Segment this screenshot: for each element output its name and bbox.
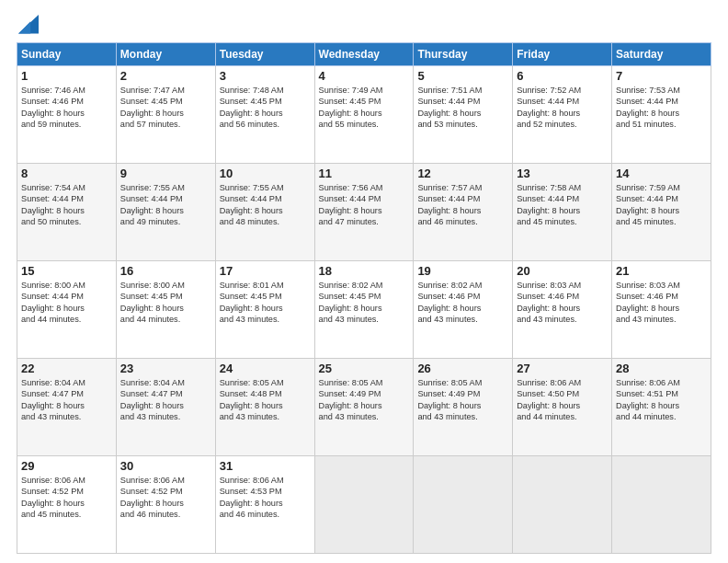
calendar-cell: 30Sunrise: 8:06 AM Sunset: 4:52 PM Dayli… <box>116 456 215 554</box>
day-number: 17 <box>220 264 311 278</box>
calendar-cell: 19Sunrise: 8:02 AM Sunset: 4:46 PM Dayli… <box>414 261 513 359</box>
logo <box>17 17 39 33</box>
day-number: 25 <box>319 362 410 375</box>
calendar-cell: 10Sunrise: 7:55 AM Sunset: 4:44 PM Dayli… <box>215 164 314 261</box>
day-header-thursday: Thursday <box>414 43 513 66</box>
calendar-cell <box>612 456 711 554</box>
day-number: 14 <box>616 167 707 180</box>
cell-details: Sunrise: 8:04 AM Sunset: 4:47 PM Dayligh… <box>21 377 112 423</box>
day-number: 15 <box>21 264 112 278</box>
calendar-header-row: SundayMondayTuesdayWednesdayThursdayFrid… <box>17 43 711 66</box>
cell-details: Sunrise: 8:06 AM Sunset: 4:51 PM Dayligh… <box>616 377 707 423</box>
calendar-cell: 16Sunrise: 8:00 AM Sunset: 4:45 PM Dayli… <box>116 261 215 359</box>
cell-details: Sunrise: 8:05 AM Sunset: 4:49 PM Dayligh… <box>319 377 410 423</box>
day-number: 27 <box>517 362 608 375</box>
calendar-week-1: 1Sunrise: 7:46 AM Sunset: 4:46 PM Daylig… <box>17 66 711 164</box>
logo-text <box>17 17 39 37</box>
calendar-cell: 21Sunrise: 8:03 AM Sunset: 4:46 PM Dayli… <box>612 261 711 359</box>
cell-details: Sunrise: 8:02 AM Sunset: 4:46 PM Dayligh… <box>417 280 508 326</box>
calendar-cell: 4Sunrise: 7:49 AM Sunset: 4:45 PM Daylig… <box>314 66 414 164</box>
calendar-cell: 22Sunrise: 8:04 AM Sunset: 4:47 PM Dayli… <box>17 359 117 456</box>
header <box>17 17 711 33</box>
day-number: 9 <box>120 167 211 180</box>
day-number: 18 <box>319 264 410 278</box>
cell-details: Sunrise: 7:58 AM Sunset: 4:44 PM Dayligh… <box>517 182 608 228</box>
day-number: 31 <box>220 459 311 473</box>
cell-details: Sunrise: 8:01 AM Sunset: 4:45 PM Dayligh… <box>220 280 311 326</box>
day-number: 21 <box>616 264 707 278</box>
day-header-wednesday: Wednesday <box>314 43 414 66</box>
calendar-cell: 15Sunrise: 8:00 AM Sunset: 4:44 PM Dayli… <box>17 261 117 359</box>
calendar-cell: 31Sunrise: 8:06 AM Sunset: 4:53 PM Dayli… <box>215 456 314 554</box>
cell-details: Sunrise: 8:06 AM Sunset: 4:53 PM Dayligh… <box>220 475 311 521</box>
calendar-week-3: 15Sunrise: 8:00 AM Sunset: 4:44 PM Dayli… <box>17 261 711 359</box>
calendar-cell <box>513 456 612 554</box>
day-number: 4 <box>319 69 410 83</box>
calendar-cell: 28Sunrise: 8:06 AM Sunset: 4:51 PM Dayli… <box>612 359 711 456</box>
cell-details: Sunrise: 8:06 AM Sunset: 4:52 PM Dayligh… <box>120 475 211 521</box>
page: SundayMondayTuesdayWednesdayThursdayFrid… <box>0 0 728 563</box>
cell-details: Sunrise: 8:06 AM Sunset: 4:50 PM Dayligh… <box>517 377 608 423</box>
calendar-cell: 14Sunrise: 7:59 AM Sunset: 4:44 PM Dayli… <box>612 164 711 261</box>
day-number: 12 <box>417 167 508 180</box>
calendar-cell: 2Sunrise: 7:47 AM Sunset: 4:45 PM Daylig… <box>116 66 215 164</box>
day-number: 20 <box>517 264 608 278</box>
calendar-cell: 29Sunrise: 8:06 AM Sunset: 4:52 PM Dayli… <box>17 456 117 554</box>
day-number: 10 <box>220 167 311 180</box>
cell-details: Sunrise: 8:05 AM Sunset: 4:49 PM Dayligh… <box>417 377 508 423</box>
calendar-cell <box>414 456 513 554</box>
logo-icon <box>18 15 39 35</box>
calendar-cell: 27Sunrise: 8:06 AM Sunset: 4:50 PM Dayli… <box>513 359 612 456</box>
calendar-cell <box>314 456 414 554</box>
calendar-cell: 24Sunrise: 8:05 AM Sunset: 4:48 PM Dayli… <box>215 359 314 456</box>
calendar-cell: 8Sunrise: 7:54 AM Sunset: 4:44 PM Daylig… <box>17 164 117 261</box>
day-number: 24 <box>220 362 311 375</box>
cell-details: Sunrise: 8:00 AM Sunset: 4:44 PM Dayligh… <box>21 280 112 326</box>
cell-details: Sunrise: 7:46 AM Sunset: 4:46 PM Dayligh… <box>21 85 112 131</box>
calendar-cell: 12Sunrise: 7:57 AM Sunset: 4:44 PM Dayli… <box>414 164 513 261</box>
cell-details: Sunrise: 7:55 AM Sunset: 4:44 PM Dayligh… <box>120 182 211 228</box>
day-header-tuesday: Tuesday <box>215 43 314 66</box>
cell-details: Sunrise: 7:51 AM Sunset: 4:44 PM Dayligh… <box>417 85 508 131</box>
day-number: 7 <box>616 69 707 83</box>
day-number: 16 <box>120 264 211 278</box>
day-number: 1 <box>21 69 112 83</box>
cell-details: Sunrise: 8:03 AM Sunset: 4:46 PM Dayligh… <box>616 280 707 326</box>
cell-details: Sunrise: 7:57 AM Sunset: 4:44 PM Dayligh… <box>417 182 508 228</box>
calendar-cell: 20Sunrise: 8:03 AM Sunset: 4:46 PM Dayli… <box>513 261 612 359</box>
calendar-cell: 13Sunrise: 7:58 AM Sunset: 4:44 PM Dayli… <box>513 164 612 261</box>
day-header-saturday: Saturday <box>612 43 711 66</box>
calendar-cell: 6Sunrise: 7:52 AM Sunset: 4:44 PM Daylig… <box>513 66 612 164</box>
cell-details: Sunrise: 8:05 AM Sunset: 4:48 PM Dayligh… <box>220 377 311 423</box>
calendar-cell: 1Sunrise: 7:46 AM Sunset: 4:46 PM Daylig… <box>17 66 117 164</box>
cell-details: Sunrise: 8:03 AM Sunset: 4:46 PM Dayligh… <box>517 280 608 326</box>
day-header-friday: Friday <box>513 43 612 66</box>
calendar-table: SundayMondayTuesdayWednesdayThursdayFrid… <box>17 42 711 554</box>
cell-details: Sunrise: 7:55 AM Sunset: 4:44 PM Dayligh… <box>220 182 311 228</box>
day-number: 8 <box>21 167 112 180</box>
calendar-cell: 3Sunrise: 7:48 AM Sunset: 4:45 PM Daylig… <box>215 66 314 164</box>
day-header-sunday: Sunday <box>17 43 117 66</box>
cell-details: Sunrise: 7:59 AM Sunset: 4:44 PM Dayligh… <box>616 182 707 228</box>
day-number: 30 <box>120 459 211 473</box>
calendar-cell: 11Sunrise: 7:56 AM Sunset: 4:44 PM Dayli… <box>314 164 414 261</box>
day-number: 22 <box>21 362 112 375</box>
day-number: 29 <box>21 459 112 473</box>
day-number: 6 <box>517 69 608 83</box>
day-number: 5 <box>417 69 508 83</box>
day-number: 13 <box>517 167 608 180</box>
day-number: 11 <box>319 167 410 180</box>
day-number: 19 <box>417 264 508 278</box>
calendar-cell: 23Sunrise: 8:04 AM Sunset: 4:47 PM Dayli… <box>116 359 215 456</box>
cell-details: Sunrise: 8:00 AM Sunset: 4:45 PM Dayligh… <box>120 280 211 326</box>
calendar-cell: 17Sunrise: 8:01 AM Sunset: 4:45 PM Dayli… <box>215 261 314 359</box>
calendar-cell: 26Sunrise: 8:05 AM Sunset: 4:49 PM Dayli… <box>414 359 513 456</box>
day-number: 2 <box>120 69 211 83</box>
svg-marker-1 <box>18 21 30 33</box>
calendar-week-2: 8Sunrise: 7:54 AM Sunset: 4:44 PM Daylig… <box>17 164 711 261</box>
cell-details: Sunrise: 7:53 AM Sunset: 4:44 PM Dayligh… <box>616 85 707 131</box>
cell-details: Sunrise: 8:06 AM Sunset: 4:52 PM Dayligh… <box>21 475 112 521</box>
calendar-cell: 25Sunrise: 8:05 AM Sunset: 4:49 PM Dayli… <box>314 359 414 456</box>
cell-details: Sunrise: 7:47 AM Sunset: 4:45 PM Dayligh… <box>120 85 211 131</box>
cell-details: Sunrise: 8:02 AM Sunset: 4:45 PM Dayligh… <box>319 280 410 326</box>
